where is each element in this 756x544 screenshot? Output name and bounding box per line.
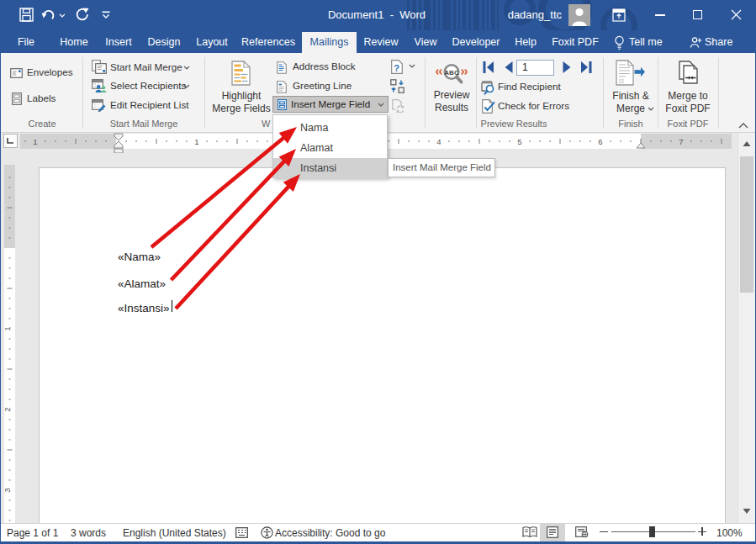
svg-text:5: 5 [517,137,521,146]
svg-text:1: 1 [33,137,37,146]
svg-text:1: 1 [194,137,198,146]
svg-text:1: 1 [4,326,12,330]
svg-text:6: 6 [598,137,602,146]
svg-text:4: 4 [436,137,441,146]
svg-text:ABC: ABC [444,69,459,77]
svg-text:3: 3 [4,488,12,492]
svg-text:7: 7 [679,137,683,146]
svg-text:2: 2 [4,407,12,411]
svg-text:?: ? [394,63,399,73]
